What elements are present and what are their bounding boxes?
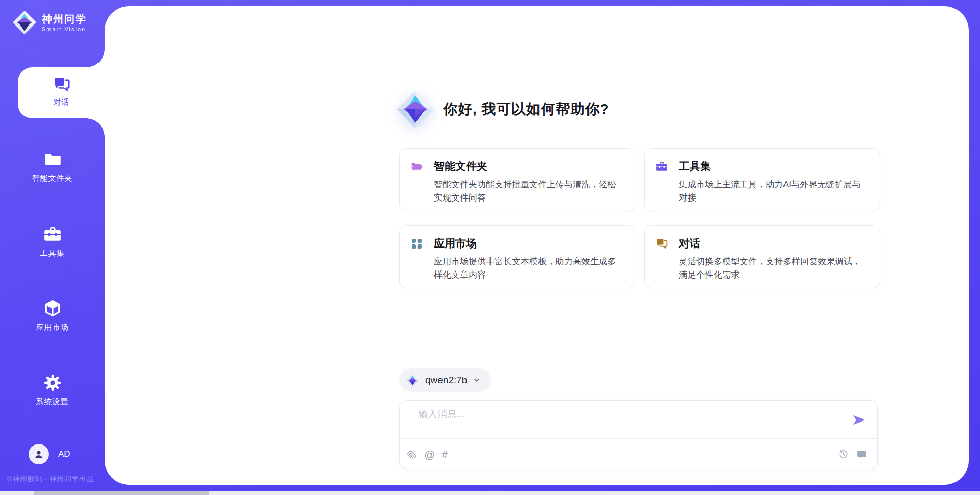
brand-diamond-icon [396,89,435,130]
sidebar-item-app-market[interactable]: 应用市场 [0,299,105,332]
feature-cards: 智能文件夹 智能文件夹功能支持批量文件上传与清洗，轻松实现文件问答 工具集 集成… [399,148,881,288]
toolbox-icon [43,225,62,244]
composer-divider [400,438,877,439]
send-icon [852,413,866,427]
toolbox-icon [655,160,668,173]
chat-bubbles-icon [53,75,71,93]
chevron-down-icon [473,376,481,384]
sidebar-item-label: 系统设置 [0,397,105,407]
card-description: 应用市场提供丰富长文本模板，助力高效生成多样化文章内容 [434,255,623,281]
person-icon [33,448,45,460]
sidebar-item-settings[interactable]: 系统设置 [0,373,105,407]
send-button[interactable] [852,413,866,427]
brand-diamond-icon [406,374,420,387]
model-name: qwen2:7b [425,375,467,386]
sidebar-item-label: 应用市场 [0,323,105,332]
cube-icon [43,299,62,318]
main-panel: 你好, 我可以如何帮助你? 智能文件夹 智能文件夹功能支持批量文件上传与清洗，轻… [105,6,969,485]
mention-button[interactable]: @ [424,449,435,460]
app-grid-icon [410,237,423,250]
history-icon [838,449,849,460]
copyright-footer: ©神州数码 · 神州问学出品 [7,475,94,484]
gear-icon [43,373,62,392]
model-selector[interactable]: qwen2:7b [399,368,491,392]
card-title: 工具集 [679,159,711,174]
sidebar-item-label: 智能文件夹 [0,174,105,183]
sidebar-item-chat[interactable]: 对话 [18,67,105,118]
scrollbar-thumb[interactable] [34,491,209,495]
composer-toolbar: @ # [407,443,867,465]
card-description: 灵活切换多模型文件，支持多样回复效果调试，满足个性化需求 [679,255,868,281]
card-smart-folder[interactable]: 智能文件夹 智能文件夹功能支持批量文件上传与清洗，轻松实现文件问答 [399,148,635,211]
sidebar: 神州问学 Smart Vision 对话 智能文件夹 工具集 [0,0,105,495]
card-app-market[interactable]: 应用市场 应用市场提供丰富长文本模板，助力高效生成多样化文章内容 [399,225,635,288]
card-description: 集成市场上主流工具，助力AI与外界无缝扩展与对接 [679,178,868,204]
message-composer: @ # [399,400,878,469]
brand-diamond-icon [12,10,37,35]
app-title: 神州问学 [42,13,87,25]
card-toolset[interactable]: 工具集 集成市场上主流工具，助力AI与外界无缝扩展与对接 [644,148,880,211]
topic-button[interactable]: # [442,449,448,460]
greeting-text: 你好, 我可以如何帮助你? [443,100,609,119]
app-subtitle: Smart Vision [42,26,87,32]
card-title: 智能文件夹 [434,159,487,174]
horizontal-scrollbar[interactable] [0,491,980,495]
user-avatar-chip[interactable]: AD [29,444,70,464]
folder-open-icon [410,160,423,173]
chat-bubbles-icon [655,237,668,250]
sidebar-item-label: 对话 [18,97,105,107]
card-title: 应用市场 [434,236,477,251]
paperclip-icon [407,449,418,460]
card-title: 对话 [679,236,700,251]
user-name: AD [58,449,70,459]
app-logo: 神州问学 Smart Vision [12,10,87,35]
card-chat[interactable]: 对话 灵活切换多模型文件，支持多样回复效果调试，满足个性化需求 [644,225,880,288]
sidebar-item-toolset[interactable]: 工具集 [0,225,105,258]
sidebar-item-smart-folder[interactable]: 智能文件夹 [0,150,105,183]
sidebar-item-label: 工具集 [0,249,105,258]
chat-bubble-icon [856,449,867,460]
history-button[interactable] [838,449,849,460]
feedback-bubble-button[interactable] [856,449,867,460]
message-input[interactable] [417,407,842,437]
folder-icon [43,150,62,169]
attach-file-button[interactable] [407,449,418,460]
avatar [29,444,49,464]
greeting: 你好, 我可以如何帮助你? [396,89,609,130]
card-description: 智能文件夹功能支持批量文件上传与清洗，轻松实现文件问答 [434,178,623,204]
